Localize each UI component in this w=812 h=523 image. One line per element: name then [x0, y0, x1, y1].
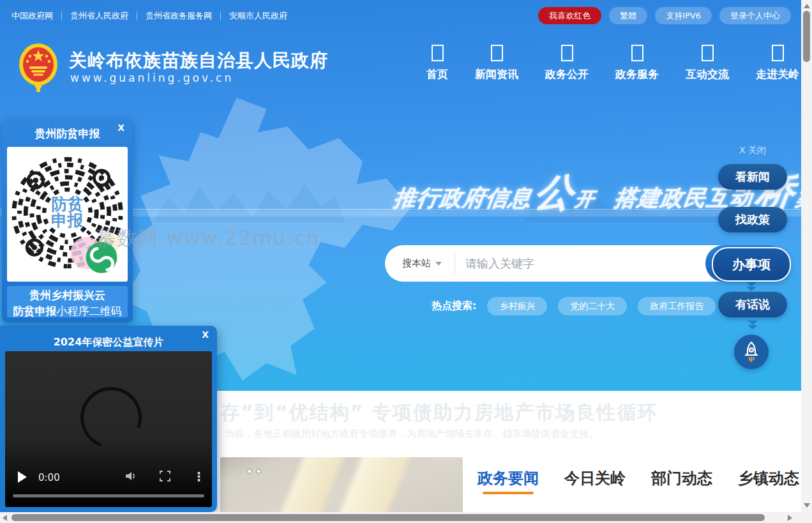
news-tabs: 政务要闻 今日关岭 部门动态 乡镇动态 — [477, 468, 799, 489]
main-navigation: 首页 新闻资讯 政务公开 政务服务 互动交流 走进关岭 — [426, 45, 799, 82]
nav-placeholder-icon — [561, 45, 573, 61]
loading-spinner — [70, 377, 152, 459]
vertical-scrollbar-thumb[interactable] — [803, 11, 810, 62]
horizontal-scrollbar-thumb[interactable] — [11, 514, 765, 521]
svg-text:申报: 申报 — [51, 211, 84, 230]
scroll-up-icon[interactable] — [804, 4, 810, 8]
hot-search-item[interactable]: 乡村振兴 — [487, 297, 547, 315]
tab-township-updates[interactable]: 乡镇动态 — [738, 468, 799, 489]
quick-button-do-things[interactable]: 办事项 — [712, 247, 791, 282]
nav-item-news[interactable]: 新闻资讯 — [475, 45, 518, 82]
poverty-report-popup: X 贵州防贫申报 — [2, 119, 133, 322]
double-chevron-down-icon — [746, 321, 760, 331]
nav-placeholder-icon — [491, 45, 503, 61]
chevron-down-icon — [435, 262, 442, 266]
i-like-red-button[interactable]: 我喜欢红色 — [538, 7, 601, 24]
nav-item-about-guanling[interactable]: 走进关岭 — [756, 45, 799, 82]
ipv6-button[interactable]: 支持IPV6 — [655, 7, 712, 24]
volume-icon[interactable] — [125, 471, 137, 484]
hot-search-label: 热点搜索: — [432, 299, 476, 313]
video-player[interactable]: 0:00 ⋮ — [5, 351, 212, 507]
nav-item-interaction[interactable]: 互动交流 — [686, 45, 729, 82]
national-emblem — [18, 41, 59, 97]
quick-button-see-news[interactable]: 看新闻 — [718, 164, 787, 190]
page: 中国政府网 贵州省人民政府 贵州省政务服务网 安顺市人民政府 我喜欢红色 繁體 … — [0, 0, 812, 523]
nav-item-gov-service[interactable]: 政务服务 — [615, 45, 659, 82]
horizontal-scrollbar[interactable] — [0, 512, 801, 523]
traditional-chinese-button[interactable]: 繁體 — [609, 7, 647, 24]
nav-item-gov-open[interactable]: 政务公开 — [545, 45, 589, 82]
double-chevron-down-icon — [744, 282, 758, 292]
scroll-left-icon[interactable] — [3, 515, 7, 521]
search-scope-dropdown[interactable]: 搜本站 — [385, 257, 455, 269]
nav-item-home[interactable]: 首页 — [426, 45, 448, 82]
vertical-scrollbar[interactable] — [801, 0, 812, 523]
divider — [61, 11, 62, 20]
link-anshun-gov[interactable]: 安顺市人民政府 — [229, 10, 287, 22]
divider — [220, 11, 221, 20]
quick-button-find-policy[interactable]: 找政策 — [718, 207, 787, 232]
video-time: 0:00 — [38, 472, 60, 483]
hot-search-item[interactable]: 党的二十大 — [558, 297, 627, 315]
scroll-down-icon[interactable] — [804, 503, 810, 508]
tab-department-updates[interactable]: 部门动态 — [651, 468, 712, 489]
confidentiality-video-popup: X 2024年保密公益宣传片 0:00 ⋮ — [0, 326, 217, 512]
link-china-gov[interactable]: 中国政府网 — [11, 10, 53, 22]
divider — [137, 11, 137, 20]
nav-placeholder-icon — [432, 45, 444, 61]
video-progress-bar[interactable] — [13, 494, 204, 497]
quick-menu-close-button[interactable]: X 关闭 — [739, 145, 766, 156]
nav-placeholder-icon — [772, 45, 784, 61]
site-url: www.guanling.gov.cn — [70, 72, 234, 84]
play-icon[interactable] — [18, 471, 27, 483]
nav-placeholder-icon — [631, 45, 643, 61]
news-photo[interactable] — [220, 457, 463, 512]
popup-title: 贵州防贫申报 — [2, 126, 133, 141]
site-title: 关岭布依族苗族自治县人民政府 — [69, 49, 328, 73]
link-guizhou-service[interactable]: 贵州省政务服务网 — [146, 10, 212, 22]
popup-title: 2024年保密公益宣传片 — [0, 336, 217, 349]
news-summary: 当前，各地正积极用好地方政府专项债券，为房地产领域去库存、稳市场提供资金支持。 — [225, 428, 598, 440]
tab-today-guanling[interactable]: 今日关岭 — [564, 468, 626, 489]
wechat-logo-icon — [86, 242, 117, 273]
fullscreen-icon[interactable] — [160, 471, 170, 484]
link-guizhou-gov[interactable]: 贵州省人民政府 — [70, 10, 128, 22]
qr-caption: 贵州乡村振兴云 防贫申报小程序二维码 — [7, 286, 128, 317]
top-bar-actions: 我喜欢红色 繁體 支持IPV6 登录个人中心 — [538, 7, 791, 24]
hot-search-item[interactable]: 政府工作报告 — [638, 297, 716, 315]
scroll-right-icon[interactable] — [788, 515, 792, 521]
quick-button-have-say[interactable]: 有话说 — [718, 292, 787, 317]
more-options-icon[interactable]: ⋮ — [193, 469, 205, 483]
tab-gov-news[interactable]: 政务要闻 — [477, 468, 539, 489]
news-headline[interactable]: 存”到“优结构” 专项债助力房地产市场良性循环 — [220, 400, 782, 426]
qr-code: 防贫 申报 — [7, 147, 128, 282]
rocket-icon[interactable] — [734, 335, 769, 369]
nav-placeholder-icon — [702, 45, 714, 61]
login-personal-center-button[interactable]: 登录个人中心 — [719, 7, 791, 24]
svg-text:防贫: 防贫 — [51, 195, 84, 213]
active-tab-underline — [483, 492, 534, 494]
top-link-bar: 中国政府网 贵州省人民政府 贵州省政务服务网 安顺市人民政府 — [11, 0, 287, 32]
